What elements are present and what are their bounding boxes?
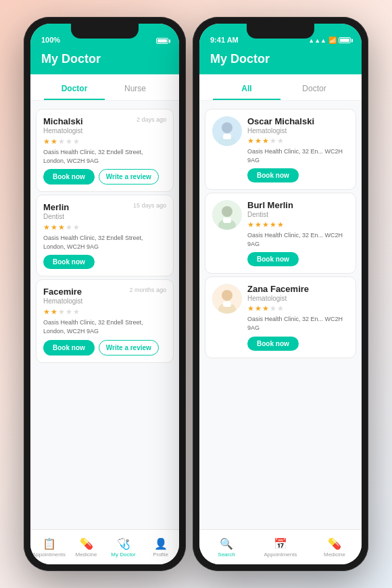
tab-nurse-left[interactable]: Nurse <box>105 80 166 100</box>
specialty-michalski-left: Hematologist <box>43 127 83 134</box>
specialty-zana: Hematologist <box>247 295 349 302</box>
nav-appointments-right[interactable]: 📅 Appointments <box>253 537 308 558</box>
book-btn-merlin-left[interactable]: Book now <box>43 255 95 269</box>
address-zana: Oasis Health Clinic, 32 En... WC2H 9AG <box>247 315 349 332</box>
nav-label-mydoctor-left: My Doctor <box>111 552 135 558</box>
time-ago-facemire-left: 2 months ago <box>129 287 166 293</box>
avatar-burl <box>212 200 242 230</box>
nav-label-medicine-right: Medicine <box>324 552 345 558</box>
avatar-oscar <box>212 116 242 146</box>
profile-icon-left: 👤 <box>154 537 168 550</box>
review-btn-facemire-left[interactable]: Write a review <box>99 340 159 356</box>
mydoctor-icon-left: 🩺 <box>117 537 130 550</box>
specialty-facemire-left: Hematologist <box>43 297 82 305</box>
tab-doctor-right[interactable]: Doctor <box>280 80 348 100</box>
star1: ★ <box>43 137 50 146</box>
book-btn-michalski-left[interactable]: Book now <box>43 169 95 185</box>
avatar-zana <box>212 284 242 314</box>
star2: ★ <box>51 137 57 146</box>
nav-medicine-right[interactable]: 💊 Medicine <box>308 537 362 558</box>
star2: ★ <box>51 223 57 232</box>
svg-rect-7 <box>223 218 231 223</box>
stars-merlin-left: ★ ★ ★ ★ ★ <box>43 223 166 232</box>
specialty-burl: Dentist <box>247 211 349 218</box>
signal-icon: ▲▲▲ <box>308 37 326 44</box>
nav-label-appointments-left: Appointments <box>32 552 66 558</box>
address-facemire-left: Oasis Health Clinic, 32 Endell Street, L… <box>43 318 166 335</box>
star5: ★ <box>73 137 80 146</box>
actions-merlin-left: Book now <box>43 255 166 269</box>
tabs-left: Doctor Nurse <box>30 74 179 101</box>
card-merlin-left: Merlin Dentist 15 days ago ★ ★ ★ ★ ★ Oas… <box>36 195 174 276</box>
star1: ★ <box>43 223 50 232</box>
doctor-name-oscar: Oscar Michalski <box>247 116 314 126</box>
card-oscar-right: Oscar Michalski Hematologist ★ ★ ★ ★ ★ <box>205 109 356 190</box>
stars-facemire-left: ★ ★ ★ ★ ★ <box>43 308 166 316</box>
svg-rect-11 <box>223 301 231 307</box>
status-icons-left <box>156 36 168 44</box>
star5: ★ <box>73 308 80 316</box>
nav-appointments-left[interactable]: 📋 Appointments <box>30 537 68 558</box>
notch-right <box>247 24 314 39</box>
stars-oscar: ★ ★ ★ ★ ★ <box>247 137 349 145</box>
address-burl: Oasis Health Clinic, 32 En... WC2H 9AG <box>247 231 349 248</box>
card-michalski-left: Michalski Hematologist 2 days ago ★ ★ ★ … <box>36 109 174 192</box>
status-time-right: 9:41 AM <box>210 36 239 44</box>
content-left: Michalski Hematologist 2 days ago ★ ★ ★ … <box>30 101 179 529</box>
doctor-name-facemire-left: Facemire <box>43 287 82 297</box>
address-oscar: Oasis Health Clinic, 32 En... WC2H 9AG <box>247 147 349 164</box>
svg-point-9 <box>222 290 232 301</box>
star4: ★ <box>66 137 72 146</box>
right-phone: 9:41 AM ▲▲▲ 📶 My Doctor All Doctor <box>193 17 368 571</box>
address-michalski-left: Oasis Health Clinic, 32 Endell Street, L… <box>43 148 166 165</box>
avatar-oscar-svg <box>212 116 242 146</box>
svg-rect-3 <box>223 134 231 139</box>
book-btn-zana[interactable]: Book now <box>247 337 299 351</box>
bottom-nav-right: 🔍 Search 📅 Appointments 💊 Medicine <box>199 529 362 564</box>
book-btn-facemire-left[interactable]: Book now <box>43 340 95 356</box>
left-phone: 100% My Doctor Doctor Nurse <box>24 17 186 571</box>
nav-profile-left[interactable]: 👤 Profile <box>142 537 179 558</box>
nav-medicine-left[interactable]: 💊 Medicine <box>68 537 105 558</box>
star4: ★ <box>66 223 72 232</box>
book-btn-burl[interactable]: Book now <box>247 252 299 266</box>
address-merlin-left: Oasis Health Clinic, 32 Endell Street, L… <box>43 234 166 251</box>
medicine-icon-left: 💊 <box>80 537 93 550</box>
specialty-merlin-left: Dentist <box>43 213 69 220</box>
avatar-zana-svg <box>212 284 242 314</box>
avatar-burl-svg <box>212 200 242 230</box>
card-facemire-left: Facemire Hematologist 2 months ago ★ ★ ★… <box>36 279 174 362</box>
tabs-right: All Doctor <box>199 74 362 101</box>
star1: ★ <box>43 308 50 316</box>
nav-label-search-right: Search <box>218 552 235 558</box>
card-zana-right: Zana Facemire Hematologist ★ ★ ★ ★ ★ Oas… <box>205 276 356 358</box>
nav-mydoctor-left[interactable]: 🩺 My Doctor <box>105 537 142 558</box>
status-icons-right: ▲▲▲ 📶 <box>308 36 351 44</box>
star4: ★ <box>66 308 72 316</box>
time-ago-michalski-left: 2 days ago <box>137 116 166 123</box>
doctor-name-michalski-left: Michalski <box>43 116 83 126</box>
book-btn-oscar[interactable]: Book now <box>247 168 299 182</box>
review-btn-michalski-left[interactable]: Write a review <box>99 169 159 185</box>
tab-doctor-left[interactable]: Doctor <box>44 80 105 100</box>
bottom-nav-left: 📋 Appointments 💊 Medicine 🩺 My Doctor 👤 … <box>30 529 179 564</box>
nav-label-profile-left: Profile <box>153 552 168 558</box>
svg-point-5 <box>222 206 232 217</box>
nav-label-medicine-left: Medicine <box>75 552 97 558</box>
star3: ★ <box>58 137 65 146</box>
star3: ★ <box>58 223 65 232</box>
appointments-icon-left: 📋 <box>43 537 56 550</box>
stars-michalski-left: ★ ★ ★ ★ ★ <box>43 137 166 146</box>
tab-all-right[interactable]: All <box>213 80 280 100</box>
card-burl-right: Burl Merlin Dentist ★ ★ ★ ★ ★ Oasis Heal… <box>205 193 356 274</box>
status-time-left: 100% <box>41 36 60 44</box>
nav-search-right[interactable]: 🔍 Search <box>199 537 253 558</box>
star3: ★ <box>58 308 65 316</box>
appointments-icon-right: 📅 <box>274 537 287 550</box>
actions-facemire-left: Book now Write a review <box>43 340 166 356</box>
app-header-right: My Doctor <box>199 47 362 74</box>
app-title-right: My Doctor <box>210 52 351 66</box>
medicine-icon-right: 💊 <box>328 537 341 550</box>
notch <box>71 24 139 39</box>
app-title-left: My Doctor <box>41 52 168 66</box>
